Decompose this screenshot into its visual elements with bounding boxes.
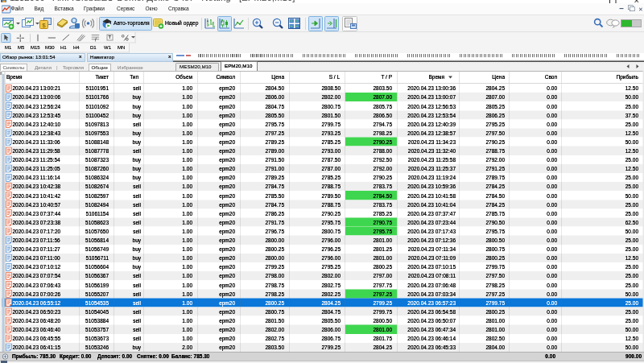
svg-text:$: $ [42, 22, 46, 29]
svg-text:1: 1 [221, 19, 223, 23]
svg-text:1: 1 [207, 18, 209, 23]
